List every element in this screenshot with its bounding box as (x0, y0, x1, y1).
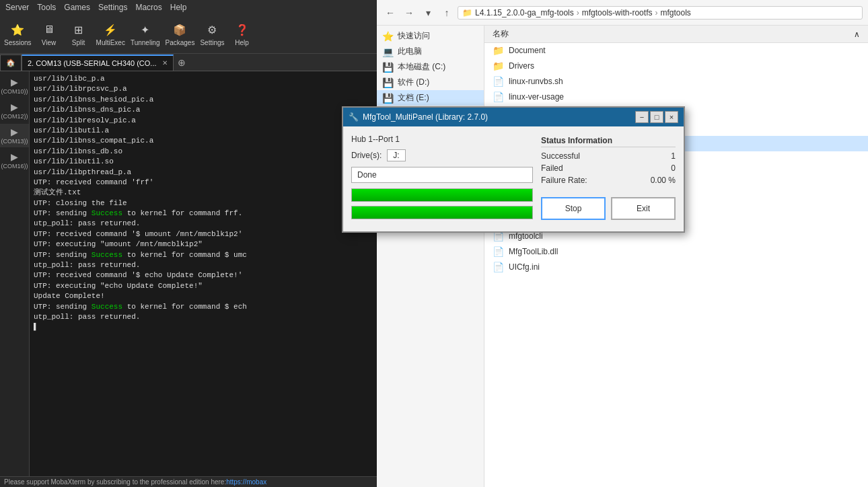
sidebar-item-drive-e[interactable]: 💾 文档 (E:) (377, 90, 484, 106)
sidebar-item-drive-c[interactable]: 💾 本地磁盘 (C:) (377, 59, 484, 75)
maximize-button[interactable]: □ (650, 111, 663, 123)
column-name-label: 名称 (493, 28, 509, 40)
progress-bar-1 (351, 188, 533, 202)
address-part2: mfgtools-with-rootfs (582, 8, 653, 17)
explorer-sidebar: ⭐ 快速访问 💻 此电脑 💾 本地磁盘 (C:) 💾 软件 (D:) 💾 文档 … (377, 26, 484, 487)
exit-button[interactable]: Exit (611, 197, 676, 220)
minimize-button[interactable]: − (635, 111, 649, 123)
explorer-main: 名称 ∧ 📁 Document 📁 Drivers 📄 linux-runvbs… (484, 26, 868, 487)
address-folder-icon: 📁 (462, 8, 472, 17)
multiexec-button[interactable]: ⚡ MultiExec (96, 22, 125, 46)
tunneling-button[interactable]: ✦ Tunneling (131, 22, 160, 46)
help-button[interactable]: ❓ Help (230, 22, 254, 46)
dialog-left-panel: Hub 1--Port 1 Drive(s): J: Done (351, 135, 533, 223)
dll-icon: 📄 (493, 246, 505, 257)
footer-link[interactable]: https://mobax (226, 478, 266, 486)
drive-badge: J: (387, 149, 405, 161)
sidebar-item-com13[interactable]: ▶ (COM13)) (0, 124, 29, 147)
menu-help[interactable]: Help (170, 3, 187, 12)
menu-server[interactable]: Server (5, 3, 29, 12)
sidebar-item-quick-access[interactable]: ⭐ 快速访问 (377, 28, 484, 44)
up-button[interactable]: ↑ (439, 5, 455, 21)
menu-macros[interactable]: Macros (135, 3, 161, 12)
successful-value: 1 (671, 151, 676, 161)
back-button[interactable]: ← (382, 5, 398, 21)
file-item-drivers[interactable]: 📁 Drivers (484, 59, 868, 74)
mfgtool-icon: 🔧 (349, 112, 359, 122)
view-button[interactable]: 🖥 View (37, 22, 61, 46)
folder-icon: 📁 (493, 61, 505, 71)
packages-button[interactable]: 📦 Packages (166, 22, 195, 46)
failure-rate-label: Failure Rate: (541, 176, 587, 185)
drive-row: Drive(s): J: (351, 149, 533, 161)
dialog-buttons: Stop Exit (541, 197, 676, 220)
file-item-document[interactable]: 📁 Document (484, 43, 868, 59)
folder-icon: 📁 (493, 45, 505, 56)
status-row-successful: Successful 1 (541, 150, 676, 162)
terminal-footer: Please support MobaXterm by subscribing … (0, 476, 377, 487)
dialog-right-panel: Status Information Successful 1 Failed 0… (541, 135, 676, 223)
dropdown-button[interactable]: ▾ (420, 5, 436, 21)
progress-fill-2 (352, 207, 532, 219)
tab-add-button[interactable]: ⊕ (174, 57, 190, 68)
script-icon: 📄 (493, 76, 505, 87)
sidebar-item-drive-d[interactable]: 💾 软件 (D:) (377, 75, 484, 90)
hub-label: Hub 1--Port 1 (351, 135, 533, 144)
successful-label: Successful (541, 151, 580, 161)
tab-home[interactable]: 🏠 (0, 54, 22, 71)
dialog-title-text: MfgTool_MultiPanel (Library: 2.7.0) (363, 112, 488, 122)
status-row-failure-rate: Failure Rate: 0.00 % (541, 174, 676, 186)
collapse-icon[interactable]: ∧ (854, 30, 860, 39)
sidebar-item-com16[interactable]: ▶ (COM16)) (0, 149, 29, 172)
status-info-label: Status Information (541, 136, 612, 145)
tab-close-icon[interactable]: ✕ (162, 59, 168, 67)
tab-com13[interactable]: 2. COM13 (USB-SERIAL CH340 (CO... ✕ (22, 54, 174, 71)
drive-label: Drive(s): (351, 151, 382, 160)
progress-fill-1 (352, 189, 532, 201)
terminal-window: Server Tools Games Settings Macros Help … (0, 0, 377, 487)
terminal-menubar: Server Tools Games Settings Macros Help (0, 0, 377, 15)
view-icon: 🖥 (41, 22, 57, 38)
file-item-linux-runvbs[interactable]: 📄 linux-runvbs.sh (484, 74, 868, 89)
file-item-mfgtoollib-dll[interactable]: 📄 MfgToolLib.dll (484, 244, 868, 260)
stop-button[interactable]: Stop (541, 197, 606, 220)
terminal-sidebar: ▶ (COM10)) ▶ (COM12)) ▶ (COM13)) ▶ (COM1… (0, 71, 377, 476)
failure-rate-value: 0.00 % (651, 176, 676, 185)
sidebar-item-com10[interactable]: ▶ (COM10)) (0, 74, 29, 98)
address-bar[interactable]: 📁 L4.1.15_2.0.0-ga_mfg-tools › mfgtools-… (458, 6, 863, 20)
dialog-titlebar: 🔧 MfgTool_MultiPanel (Library: 2.7.0) − … (343, 108, 684, 126)
left-panel: ▶ (COM10)) ▶ (COM12)) ▶ (COM13)) ▶ (COM1… (0, 71, 30, 476)
address-part3: mfgtools (660, 8, 690, 17)
sidebar-item-com12[interactable]: ▶ (COM12)) (0, 99, 29, 122)
menu-games[interactable]: Games (64, 3, 90, 12)
split-icon: ⊞ (71, 22, 87, 38)
menu-settings[interactable]: Settings (98, 3, 127, 12)
address-part1: L4.1.15_2.0.0-ga_mfg-tools (475, 8, 574, 17)
multiexec-icon: ⚡ (102, 22, 118, 38)
forward-button[interactable]: → (401, 5, 417, 21)
status-text-box: Done (351, 167, 533, 183)
help-icon: ❓ (234, 22, 250, 38)
packages-icon: 📦 (172, 22, 188, 38)
sidebar-item-this-pc[interactable]: 💻 此电脑 (377, 44, 484, 59)
status-section: Status Information Successful 1 Failed 0… (541, 135, 676, 186)
status-row-failed: Failed 0 (541, 162, 676, 174)
explorer-toolbar: ← → ▾ ↑ 📁 L4.1.15_2.0.0-ga_mfg-tools › m… (377, 0, 868, 26)
dialog-body: Hub 1--Port 1 Drive(s): J: Done (343, 126, 684, 231)
terminal-tabs: 🏠 2. COM13 (USB-SERIAL CH340 (CO... ✕ ⊕ (0, 54, 377, 71)
close-button[interactable]: × (665, 111, 678, 123)
menu-tools[interactable]: Tools (37, 3, 56, 12)
file-item-linux-ver-usage[interactable]: 📄 linux-ver-usage (484, 89, 868, 105)
file-item-uicfg-ini[interactable]: 📄 UICfg.ini (484, 260, 868, 275)
dialog-controls: − □ × (635, 111, 678, 123)
file-explorer: ← → ▾ ↑ 📁 L4.1.15_2.0.0-ga_mfg-tools › m… (377, 0, 868, 487)
terminal-output: usr/lib/libc_p.a usr/lib/librpcsvc_p.a u… (30, 71, 377, 476)
settings-button[interactable]: ⚙ Settings (200, 22, 224, 46)
footer-text: Please support MobaXterm by subscribing … (4, 478, 226, 486)
split-button[interactable]: ⊞ Split (67, 22, 91, 46)
ini-icon: 📄 (493, 262, 505, 272)
settings-icon: ⚙ (204, 22, 220, 38)
failed-label: Failed (541, 163, 563, 173)
mfgtool-dialog: 🔧 MfgTool_MultiPanel (Library: 2.7.0) − … (342, 106, 685, 233)
sessions-button[interactable]: ⭐ Sessions (4, 22, 32, 46)
